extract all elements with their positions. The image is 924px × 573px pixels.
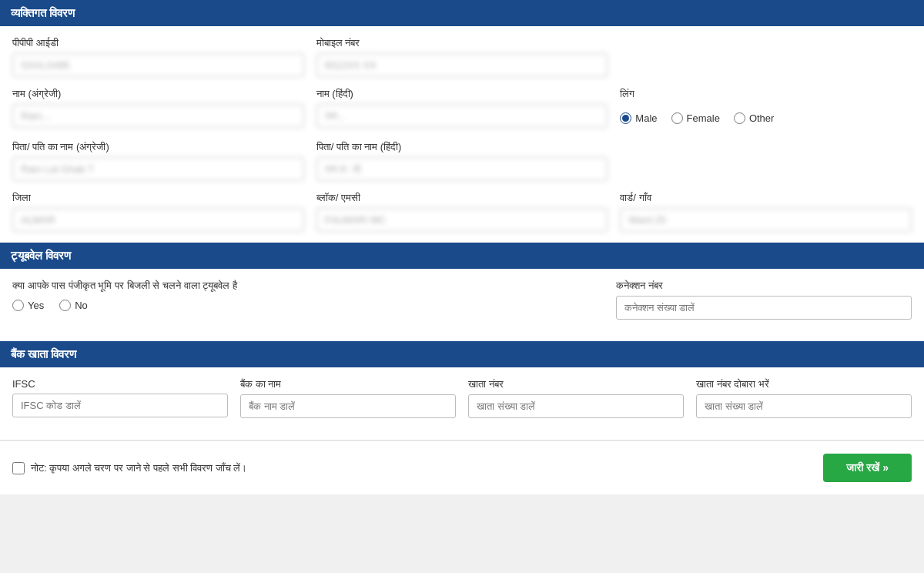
father-en-input[interactable] bbox=[12, 157, 304, 181]
tubewell-no-radio[interactable] bbox=[59, 300, 71, 311]
personal-section-header: व्यक्तिगत विवरण bbox=[0, 0, 924, 26]
bank-name-label: बैंक का नाम bbox=[240, 378, 456, 390]
district-label: जिला bbox=[12, 192, 304, 204]
gender-female-radio[interactable] bbox=[671, 112, 683, 124]
ifsc-label: IFSC bbox=[12, 378, 228, 390]
bank-name-group: बैंक का नाम bbox=[240, 378, 456, 418]
account-confirm-input[interactable] bbox=[696, 394, 912, 418]
mobile-input[interactable] bbox=[316, 53, 608, 77]
bank-name-input[interactable] bbox=[240, 394, 456, 418]
row-pppi-mobile: पीपीपी आईडी मोबाइल नंबर bbox=[12, 37, 912, 77]
district-input[interactable] bbox=[12, 208, 304, 232]
ward-label: वार्ड/ गाँव bbox=[620, 192, 912, 204]
tubewell-no-option: No bbox=[59, 300, 88, 311]
connection-input[interactable] bbox=[616, 296, 912, 320]
father-hi-group: पिता/ पति का नाम (हिंदी) bbox=[316, 141, 608, 181]
gender-male-label: Male bbox=[635, 112, 657, 124]
note-checkbox[interactable] bbox=[12, 462, 25, 474]
pppi-label: पीपीपी आईडी bbox=[12, 37, 304, 49]
father-en-label: पिता/ पति का नाम (अंग्रेजी) bbox=[12, 141, 304, 153]
father-en-group: पिता/ पति का नाम (अंग्रेजी) bbox=[12, 141, 304, 181]
page-wrapper: व्यक्तिगत विवरण पीपीपी आईडी मोबाइल नंबर … bbox=[0, 0, 924, 494]
account-label: खाता नंबर bbox=[468, 378, 684, 390]
block-label: ब्लॉक/ एमसी bbox=[316, 192, 608, 204]
gender-other-label: Other bbox=[749, 112, 775, 124]
name-hi-input[interactable] bbox=[316, 104, 608, 128]
continue-button[interactable]: जारी रखें » bbox=[823, 454, 912, 482]
mobile-group: मोबाइल नंबर bbox=[316, 37, 608, 77]
note-group: नोट: कृपया अगले चरण पर जाने से पहले सभी … bbox=[12, 462, 247, 474]
gender-male-radio[interactable] bbox=[620, 112, 631, 124]
gender-label: लिंग bbox=[620, 88, 912, 100]
personal-section-body: पीपीपी आईडी मोबाइल नंबर नाम (अंग्रेजी) न… bbox=[0, 26, 924, 243]
district-group: जिला bbox=[12, 192, 304, 232]
father-hi-input[interactable] bbox=[316, 157, 608, 181]
name-en-label: नाम (अंग्रेजी) bbox=[12, 88, 304, 100]
tubewell-yes-radio[interactable] bbox=[12, 300, 24, 311]
gender-male-option: Male bbox=[620, 112, 657, 124]
row-father: पिता/ पति का नाम (अंग्रेजी) पिता/ पति का… bbox=[12, 141, 912, 181]
pppi-group: पीपीपी आईडी bbox=[12, 37, 304, 77]
tubewell-yes-label: Yes bbox=[28, 300, 44, 311]
account-confirm-group: खाता नंबर दोबारा भरें bbox=[696, 378, 912, 418]
account-input[interactable] bbox=[468, 394, 684, 418]
name-en-input[interactable] bbox=[12, 104, 304, 128]
tubewell-radio-group: Yes No bbox=[12, 300, 604, 311]
account-group: खाता नंबर bbox=[468, 378, 684, 418]
ward-input[interactable] bbox=[620, 208, 912, 232]
tubewell-no-label: No bbox=[75, 300, 88, 311]
gender-female-label: Female bbox=[687, 112, 720, 124]
ifsc-input[interactable] bbox=[12, 394, 228, 417]
tubewell-question-text: क्या आपके पास पंजीकृत भूमि पर बिजली से च… bbox=[12, 280, 604, 292]
name-en-group: नाम (अंग्रेजी) bbox=[12, 88, 304, 128]
tubewell-row: क्या आपके पास पंजीकृत भूमि पर बिजली से च… bbox=[12, 280, 912, 320]
connection-group: कनेक्शन नंबर bbox=[616, 280, 912, 320]
gender-group: लिंग Male Female Other bbox=[620, 88, 912, 130]
note-text: नोट: कृपया अगले चरण पर जाने से पहले सभी … bbox=[31, 462, 247, 474]
gender-female-option: Female bbox=[671, 112, 720, 124]
gender-other-radio[interactable] bbox=[734, 112, 745, 124]
pppi-input[interactable] bbox=[12, 53, 304, 77]
tubewell-section-header: ट्यूबवेल विवरण bbox=[0, 243, 924, 269]
tubewell-section-body: क्या आपके पास पंजीकृत भूमि पर बिजली से च… bbox=[0, 269, 924, 341]
father-hi-label: पिता/ पति का नाम (हिंदी) bbox=[316, 141, 608, 153]
bank-row: IFSC बैंक का नाम खाता नंबर खाता नंबर दोब… bbox=[12, 378, 912, 418]
account-confirm-label: खाता नंबर दोबारा भरें bbox=[696, 378, 912, 390]
bank-section-body: IFSC बैंक का नाम खाता नंबर खाता नंबर दोब… bbox=[0, 367, 924, 440]
mobile-label: मोबाइल नंबर bbox=[316, 37, 608, 49]
name-hi-group: नाम (हिंदी) bbox=[316, 88, 608, 128]
footer-row: नोट: कृपया अगले चरण पर जाने से पहले सभी … bbox=[0, 441, 924, 494]
gender-other-option: Other bbox=[734, 112, 775, 124]
name-hi-label: नाम (हिंदी) bbox=[316, 88, 608, 100]
bank-section-header: बैंक खाता विवरण bbox=[0, 341, 924, 367]
ward-group: वार्ड/ गाँव bbox=[620, 192, 912, 232]
row-name-gender: नाम (अंग्रेजी) नाम (हिंदी) लिंग Male Fem… bbox=[12, 88, 912, 130]
tubewell-yes-option: Yes bbox=[12, 300, 44, 311]
block-input[interactable] bbox=[316, 208, 608, 232]
row-district-block-ward: जिला ब्लॉक/ एमसी वार्ड/ गाँव bbox=[12, 192, 912, 232]
tubewell-question-group: क्या आपके पास पंजीकृत भूमि पर बिजली से च… bbox=[12, 280, 604, 311]
block-group: ब्लॉक/ एमसी bbox=[316, 192, 608, 232]
connection-label: कनेक्शन नंबर bbox=[616, 280, 912, 292]
ifsc-group: IFSC bbox=[12, 378, 228, 417]
gender-options: Male Female Other bbox=[620, 106, 912, 130]
